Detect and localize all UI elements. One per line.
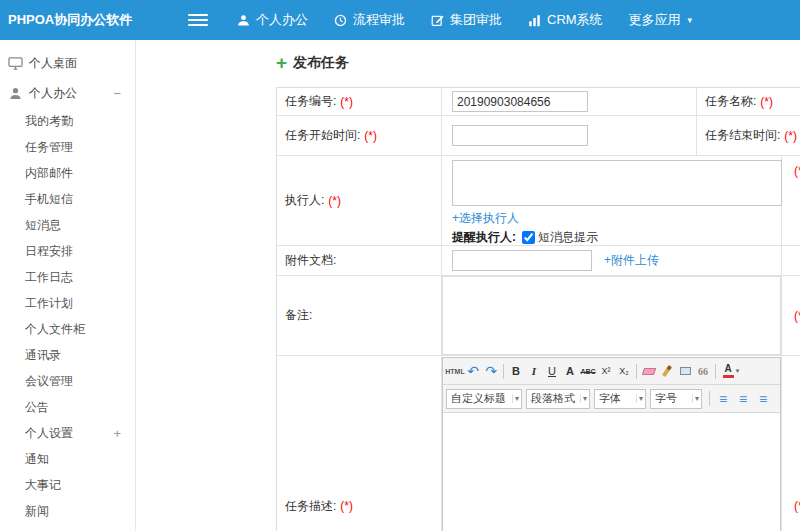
subscript-button[interactable]: X₂ bbox=[615, 362, 633, 381]
sidebar: 个人桌面 个人办公 − 我的考勤 任务管理 内部邮件 手机短信 短消息 日程安排… bbox=[0, 40, 136, 531]
toolbar-separator bbox=[503, 364, 504, 379]
remove-format-button[interactable] bbox=[640, 362, 658, 381]
nav-workflow-approval[interactable]: 流程审批 bbox=[321, 0, 418, 40]
sidebar-item-label: 个人办公 bbox=[29, 85, 77, 102]
sidebar-item-label: 日程安排 bbox=[25, 243, 73, 260]
redo-icon[interactable]: ↷ bbox=[482, 362, 500, 381]
sidebar-item-meetings[interactable]: 会议管理 bbox=[0, 368, 135, 394]
select-executor-link[interactable]: +选择执行人 bbox=[452, 211, 519, 225]
html-source-button[interactable]: HTML bbox=[446, 362, 464, 381]
sidebar-item-work-plan[interactable]: 工作计划 bbox=[0, 290, 135, 316]
sidebar-item-label: 个人设置 bbox=[25, 425, 73, 442]
font-family-dropdown[interactable]: 字体 ▾ bbox=[594, 389, 646, 409]
menu-icon[interactable] bbox=[188, 11, 208, 29]
form-row-attachment: 附件文档: +附件上传 bbox=[277, 246, 800, 276]
sidebar-item-personal-office[interactable]: 个人办公 − bbox=[0, 78, 135, 108]
paragraph-format-dropdown[interactable]: 段落格式 ▾ bbox=[526, 389, 590, 409]
nav-label: 个人办公 bbox=[256, 11, 308, 29]
nav-label: CRM系统 bbox=[547, 11, 603, 29]
align-center-icon[interactable]: ≡ bbox=[733, 389, 753, 408]
sidebar-item-sms[interactable]: 手机短信 bbox=[0, 186, 135, 212]
remind-executor-label: 提醒执行人: bbox=[452, 229, 516, 246]
required-mark: (*) bbox=[760, 95, 773, 109]
strikethrough-button[interactable]: ABC bbox=[579, 362, 597, 381]
remark-right-cell: (*) bbox=[782, 276, 800, 355]
sidebar-item-label: 工作日志 bbox=[25, 269, 73, 286]
expand-icon[interactable]: + bbox=[113, 426, 121, 441]
sidebar-item-short-message[interactable]: 短消息 bbox=[0, 212, 135, 238]
nav-group-approval[interactable]: 集团审批 bbox=[418, 0, 515, 40]
sidebar-item-label: 通知 bbox=[25, 451, 49, 468]
task-no-cell bbox=[442, 88, 697, 115]
executor-textarea[interactable] bbox=[452, 160, 782, 206]
required-mark: (*) bbox=[340, 95, 353, 109]
attachment-upload-link[interactable]: +附件上传 bbox=[604, 252, 659, 269]
task-no-input[interactable] bbox=[452, 91, 588, 112]
sidebar-item-desktop[interactable]: 个人桌面 bbox=[0, 48, 135, 78]
sidebar-item-memorabilia[interactable]: 大事记 bbox=[0, 472, 135, 498]
sidebar-item-news[interactable]: 新闻 bbox=[0, 498, 135, 524]
attachment-input[interactable] bbox=[452, 250, 592, 271]
align-right-icon[interactable]: ≡ bbox=[753, 389, 773, 408]
task-name-label: 任务名称: (*) bbox=[697, 88, 800, 115]
chevron-down-icon: ▾ bbox=[512, 394, 519, 403]
font-button[interactable]: A bbox=[561, 362, 579, 381]
start-time-input[interactable] bbox=[452, 125, 588, 146]
sms-remind-label: 短消息提示 bbox=[538, 229, 598, 246]
remark-label: 备注: bbox=[277, 276, 442, 355]
sidebar-item-label: 内部邮件 bbox=[25, 165, 73, 182]
sidebar-item-schedule[interactable]: 日程安排 bbox=[0, 238, 135, 264]
remark-textarea[interactable] bbox=[442, 276, 781, 355]
bar-chart-icon bbox=[528, 14, 541, 27]
eraser-icon bbox=[642, 368, 656, 375]
blockquote-button[interactable]: 66 bbox=[694, 362, 712, 381]
sidebar-item-announcement[interactable]: 公告 bbox=[0, 394, 135, 420]
bold-button[interactable]: B bbox=[507, 362, 525, 381]
executor-label: 执行人: (*) bbox=[277, 156, 442, 245]
start-time-label: 任务开始时间: (*) bbox=[277, 116, 442, 155]
required-mark: (*) bbox=[364, 129, 377, 143]
required-mark: (*) bbox=[794, 499, 800, 513]
sidebar-item-notice[interactable]: 通知 bbox=[0, 446, 135, 472]
nav-more-apps[interactable]: 更多应用 ▾ bbox=[616, 0, 706, 40]
sidebar-item-label: 会议管理 bbox=[25, 373, 73, 390]
chevron-down-icon: ▾ bbox=[580, 394, 587, 403]
sidebar-item-contacts[interactable]: 通讯录 bbox=[0, 342, 135, 368]
sidebar-item-label: 工作计划 bbox=[25, 295, 73, 312]
underline-button[interactable]: U bbox=[543, 362, 561, 381]
required-mark: (*) bbox=[794, 164, 800, 178]
superscript-button[interactable]: X² bbox=[597, 362, 615, 381]
attachment-right-cell bbox=[782, 246, 800, 275]
format-paint-icon bbox=[680, 367, 691, 375]
format-paint-button[interactable] bbox=[676, 362, 694, 381]
align-left-icon[interactable]: ≡ bbox=[713, 389, 733, 408]
font-size-dropdown[interactable]: 字号 ▾ bbox=[650, 389, 702, 409]
custom-title-dropdown[interactable]: 自定义标题 ▾ bbox=[446, 389, 522, 409]
publish-task-form: 任务编号: (*) 任务名称: (*) 任务开始时间: (*) bbox=[276, 87, 800, 531]
clock-icon bbox=[334, 14, 347, 27]
sidebar-item-attendance[interactable]: 我的考勤 bbox=[0, 108, 135, 134]
collapse-icon[interactable]: − bbox=[113, 86, 121, 101]
sidebar-item-internal-mail[interactable]: 内部邮件 bbox=[0, 160, 135, 186]
required-mark: (*) bbox=[340, 499, 353, 513]
desktop-icon bbox=[8, 57, 23, 70]
description-cell: HTML ↶ ↷ B I U A ABC X² X₂ bbox=[442, 356, 782, 531]
brush-button[interactable] bbox=[658, 362, 676, 381]
sidebar-item-label: 大事记 bbox=[25, 477, 61, 494]
italic-button[interactable]: I bbox=[525, 362, 543, 381]
font-color-button[interactable]: A ▾ bbox=[719, 362, 743, 381]
sidebar-item-work-log[interactable]: 工作日志 bbox=[0, 264, 135, 290]
user-icon bbox=[8, 87, 23, 100]
required-mark: (*) bbox=[784, 129, 797, 143]
sidebar-item-personal-settings[interactable]: 个人设置 + bbox=[0, 420, 135, 446]
toolbar-separator bbox=[715, 364, 716, 379]
nav-crm[interactable]: CRM系统 bbox=[515, 0, 616, 40]
sms-remind-checkbox[interactable] bbox=[522, 231, 535, 244]
sidebar-item-task-management[interactable]: 任务管理 bbox=[0, 134, 135, 160]
nav-personal-office[interactable]: 个人办公 bbox=[224, 0, 321, 40]
app-logo: PHPOA协同办公软件 bbox=[0, 11, 138, 29]
sidebar-item-file-cabinet[interactable]: 个人文件柜 bbox=[0, 316, 135, 342]
editor-content-area[interactable] bbox=[443, 413, 780, 531]
undo-icon[interactable]: ↶ bbox=[464, 362, 482, 381]
required-mark: (*) bbox=[794, 309, 800, 323]
